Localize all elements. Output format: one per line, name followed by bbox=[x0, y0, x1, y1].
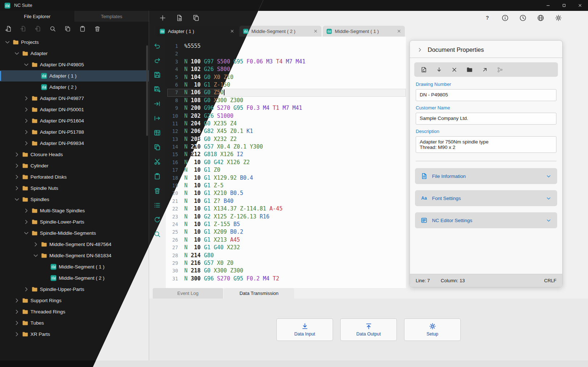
refresh-icon[interactable] bbox=[154, 216, 161, 223]
minimize-button[interactable] bbox=[540, 0, 556, 11]
copy-icon[interactable] bbox=[65, 26, 71, 32]
tree-item-spindles[interactable]: Spindles bbox=[0, 194, 149, 205]
history-icon[interactable] bbox=[519, 14, 526, 21]
chevron-right-icon[interactable] bbox=[14, 185, 20, 191]
code-line[interactable]: 24N 10 G1 Z-155 B5 bbox=[167, 221, 406, 228]
code-line[interactable]: 14N 210 G57 X0.4 Z0.1 Y300 bbox=[167, 143, 406, 151]
doc-edit-icon[interactable] bbox=[421, 67, 427, 73]
tree-item-multi-stage-spindles[interactable]: Multi-Stage Spindles bbox=[0, 205, 149, 216]
chevron-right-icon[interactable] bbox=[14, 297, 20, 304]
arrow-out-icon[interactable] bbox=[154, 115, 161, 122]
redo-icon[interactable] bbox=[154, 57, 161, 64]
trash-icon[interactable] bbox=[94, 26, 100, 32]
clipboard-icon[interactable] bbox=[79, 26, 86, 32]
folder-icon[interactable] bbox=[466, 67, 473, 73]
tree-item-middle-segment-1[interactable]: Middle-Segment ( 1 ) bbox=[0, 261, 149, 272]
chevron-right-icon[interactable] bbox=[14, 309, 20, 315]
chevron-right-icon[interactable] bbox=[14, 174, 20, 180]
code-line[interactable]: 30N 218 G0 X300 Z300 bbox=[167, 267, 406, 275]
code-line[interactable]: 29N 216 G57 X0 Z0 bbox=[167, 259, 406, 267]
globe-icon[interactable] bbox=[537, 14, 544, 21]
chevron-right-icon[interactable] bbox=[23, 118, 29, 124]
tree-item-adapter-dn-p49877[interactable]: Adapter DN-P49877 bbox=[0, 93, 149, 104]
tree-item-adapter-dn-p51788[interactable]: Adapter DN-P51788 bbox=[0, 126, 149, 138]
setup-button[interactable]: Setup bbox=[404, 318, 461, 341]
gear-icon[interactable] bbox=[555, 14, 562, 21]
field-input-customer-name[interactable]: Sample Company Ltd. bbox=[416, 113, 556, 125]
chevron-right-icon[interactable] bbox=[23, 140, 29, 146]
sidebar-tab-file-explorer[interactable]: File Explorer bbox=[0, 11, 74, 22]
field-input-description[interactable]: Adapter for 750Nm spindle type Thread: M… bbox=[416, 136, 556, 153]
search-icon[interactable] bbox=[50, 26, 56, 32]
clipboard-icon[interactable] bbox=[154, 173, 161, 180]
close-icon[interactable] bbox=[451, 67, 457, 73]
chevron-down-icon[interactable] bbox=[546, 196, 551, 201]
branch-icon[interactable] bbox=[497, 67, 503, 73]
tree-item-spindle-lower-parts[interactable]: Spindle-Lower-Parts bbox=[0, 216, 149, 228]
chevron-right-icon[interactable] bbox=[14, 163, 20, 169]
arrow-into-icon[interactable] bbox=[154, 100, 161, 107]
tree-item-spindle-nuts[interactable]: Spindle Nuts bbox=[0, 183, 149, 194]
files-icon[interactable] bbox=[193, 14, 200, 21]
chevron-down-icon[interactable] bbox=[14, 196, 20, 203]
code-line[interactable]: 13N 208 G0 X232 Z2 bbox=[167, 135, 406, 143]
collapse-panel-icon[interactable] bbox=[417, 47, 423, 53]
plus-icon[interactable] bbox=[159, 14, 166, 21]
chevron-right-icon[interactable] bbox=[23, 286, 29, 292]
section-font-settings[interactable]: AaFont Settings bbox=[415, 190, 557, 206]
code-line[interactable]: 25N 10 G1 X209 B0.2 bbox=[167, 228, 406, 236]
code-line[interactable]: 15N 212 G818 X126 I2 bbox=[167, 151, 406, 158]
chevron-down-icon[interactable] bbox=[23, 230, 29, 236]
tree-item-closure-heads[interactable]: Closure Heads bbox=[0, 149, 149, 160]
tree-item-adapter-2[interactable]: Adapter ( 2 ) bbox=[0, 82, 149, 93]
chevron-right-icon[interactable] bbox=[33, 241, 39, 247]
section-file-information[interactable]: File Information bbox=[415, 168, 557, 184]
file-import-icon[interactable] bbox=[35, 26, 41, 32]
files-icon[interactable] bbox=[154, 144, 161, 151]
file-arrow-icon[interactable] bbox=[176, 14, 183, 21]
sidebar-tab-templates[interactable]: Templates bbox=[74, 11, 149, 22]
chevron-down-icon[interactable] bbox=[546, 218, 551, 223]
code-line[interactable]: 23N 10 G2 X125 Z-126.13 R16 bbox=[167, 213, 406, 221]
chevron-right-icon[interactable] bbox=[14, 331, 20, 337]
tree-item-spindle-middle-segments[interactable]: Spindle-Middle-Segments bbox=[0, 228, 149, 239]
code-line[interactable]: 17N 10 G1 Z0 bbox=[167, 166, 406, 174]
close-tab-icon[interactable] bbox=[230, 29, 234, 33]
file-plus-icon[interactable] bbox=[5, 26, 11, 32]
arrow-up-right-icon[interactable] bbox=[482, 67, 488, 73]
tree-item-adapter-dn-p50001[interactable]: Adapter DN-P50001 bbox=[0, 104, 149, 115]
tree-item-spindle-upper-parts[interactable]: Spindle-Upper-Parts bbox=[0, 284, 149, 295]
chevron-right-icon[interactable] bbox=[23, 95, 29, 101]
tree-item-adapter[interactable]: Adapter bbox=[0, 48, 149, 59]
code-line[interactable]: 21N 10 G1 Z? B40 bbox=[167, 197, 406, 205]
code-line[interactable]: 27N 10 G1 G40 X232 bbox=[167, 244, 406, 251]
undo-icon[interactable] bbox=[154, 42, 161, 49]
grid-icon[interactable] bbox=[154, 129, 161, 136]
editor-tab-middle-segment-2[interactable]: Middle-Segment ( 2 ) bbox=[239, 26, 321, 37]
chevron-down-icon[interactable] bbox=[33, 253, 39, 259]
maximize-button[interactable] bbox=[556, 0, 572, 11]
list-icon[interactable] bbox=[154, 202, 161, 209]
tree-item-middle-segment-dn-581834[interactable]: Middle-Segment DN-581834 bbox=[0, 250, 149, 261]
file-export-icon[interactable] bbox=[20, 26, 26, 32]
code-line[interactable]: 31N 300 G96 S270 G95 F0.2 M4 T2 bbox=[167, 275, 406, 283]
arrow-down-icon[interactable] bbox=[436, 67, 442, 73]
code-line[interactable]: 22N 10 G1 X134.37 Z-114.81 A-45 bbox=[167, 205, 406, 213]
close-button[interactable] bbox=[572, 0, 588, 11]
chevron-right-icon[interactable] bbox=[23, 208, 29, 214]
save-plus-icon[interactable] bbox=[154, 86, 161, 93]
chevron-right-icon[interactable] bbox=[14, 151, 20, 158]
data-input-button[interactable]: Data Input bbox=[276, 318, 333, 341]
tree-item-adapter-dn-p51604[interactable]: Adapter DN-P51604 bbox=[0, 115, 149, 126]
code-line[interactable]: 19N 10 G1 Z-5 bbox=[167, 182, 406, 189]
sidebar-scrollbar[interactable] bbox=[146, 45, 148, 136]
tree-item-perforated-disks[interactable]: Perforated Disks bbox=[0, 171, 149, 183]
chevron-down-icon[interactable] bbox=[4, 39, 11, 45]
chevron-down-icon[interactable] bbox=[23, 62, 29, 68]
save-icon[interactable] bbox=[154, 71, 161, 78]
tree-item-adapter-1[interactable]: Adapter ( 1 ) bbox=[0, 70, 149, 82]
section-nc-editor-settings[interactable]: NC Editor Settings bbox=[415, 212, 557, 228]
bottom-tab-event-log[interactable]: Event Log bbox=[153, 288, 223, 299]
chevron-right-icon[interactable] bbox=[23, 129, 29, 135]
chevron-right-icon[interactable] bbox=[23, 107, 29, 113]
